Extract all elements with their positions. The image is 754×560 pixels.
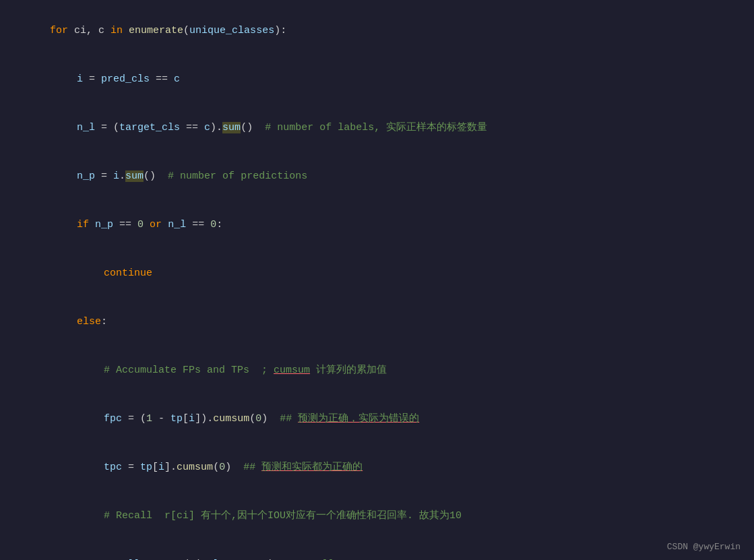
code-line-6: continue — [0, 249, 754, 298]
code-line-5: if n_p == 0 or n_l == 0: — [0, 201, 754, 249]
code-line-2: i = pred_cls == c — [0, 55, 754, 104]
code-line-1: for ci, c in enumerate(unique_classes): — [0, 7, 754, 55]
code-editor: for ci, c in enumerate(unique_classes): … — [0, 0, 754, 560]
code-line-3: n_l = (target_cls == c).sum() # number o… — [0, 104, 754, 152]
watermark: CSDN @ywyErwin — [667, 540, 741, 555]
code-line-10: tpc = tp[i].cumsum(0) ## 预测和实际都为正确的 — [0, 443, 754, 492]
code-line-4: n_p = i.sum() # number of predictions — [0, 152, 754, 201]
code-line-9: fpc = (1 - tp[i]).cumsum(0) ## 预测为正确，实际为… — [0, 395, 754, 443]
code-line-7: else: — [0, 298, 754, 346]
code-line-11: # Recall r[ci] 有十个,因十个IOU对应有一个准确性和召回率. 故… — [0, 492, 754, 540]
code-line-12: recall = tpc / (n_l + 1e-16) # recall cu… — [0, 540, 754, 560]
code-line-8: # Accumulate FPs and TPs ; cumsum 计算列的累加… — [0, 346, 754, 395]
